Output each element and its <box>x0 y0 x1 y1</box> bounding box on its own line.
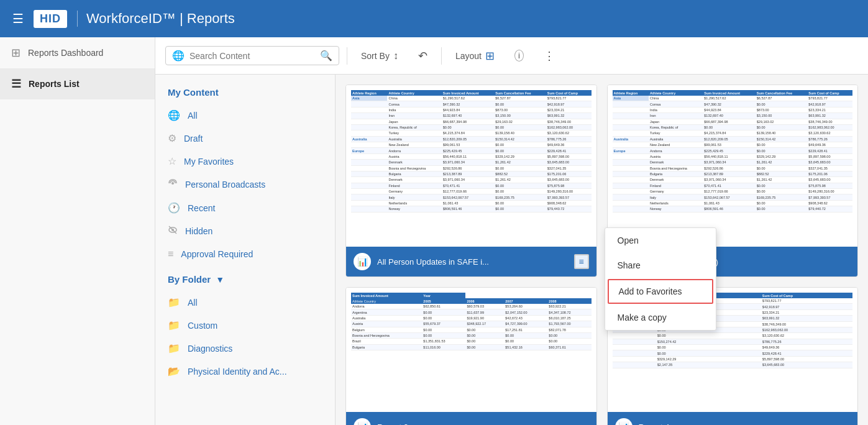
nav-item-draft-label: Draft <box>184 134 203 144</box>
svg-point-0 <box>171 182 174 185</box>
by-folder-header[interactable]: By Folder ▼ <box>155 265 335 291</box>
nav-item-approval-label: Approval Required <box>181 249 253 259</box>
report-card-1[interactable]: Athlete RegionAthlete CountrySum Invoice… <box>345 85 597 277</box>
nav-item-approval-required[interactable]: ≡ Approval Required <box>155 243 335 265</box>
context-menu: Open Share Add to Favorites Make a copy <box>605 227 716 331</box>
folder-icon-custom: 📁 <box>168 319 180 331</box>
star-icon: ☆ <box>168 155 176 167</box>
chevron-down-icon: ▼ <box>216 275 224 285</box>
mini-table-2: Athlete RegionAthlete CountrySum Invoice… <box>613 90 853 212</box>
nav-item-draft[interactable]: ⚙ Draft <box>155 127 335 150</box>
report-chart-icon-1: 📊 <box>354 253 371 270</box>
cards-row-2: Sum Invoiced AmountYear Athlete Country … <box>345 287 858 425</box>
info-icon: i <box>514 50 524 62</box>
folder-all-label: All <box>188 298 198 308</box>
nav-item-recent[interactable]: 🕐 Recent <box>155 196 335 219</box>
layout-label: Layout <box>455 51 482 61</box>
folder-icon-all: 📁 <box>168 296 180 308</box>
folder-item-physical-identity[interactable]: 📂 Physical Identity and Ac... <box>155 360 335 383</box>
report-thumbnail-2: Athlete RegionAthlete CountrySum Invoice… <box>608 85 858 247</box>
report-chart-icon-3: 📊 <box>354 418 371 425</box>
nav-item-all[interactable]: 🌐 All <box>155 104 335 127</box>
nav-item-favorites-label: My Favorites <box>184 157 234 167</box>
folder-item-custom[interactable]: 📁 Custom <box>155 314 335 337</box>
globe-icon: 🌐 <box>172 50 185 62</box>
hidden-icon <box>168 225 178 237</box>
report-card-3[interactable]: Sum Invoiced AmountYear Athlete Country … <box>345 287 597 425</box>
report-footer-4: 📊 Report 4 <box>608 412 858 425</box>
undo-icon: ↶ <box>418 49 427 63</box>
report-thumbnail-1: Athlete RegionAthlete CountrySum Invoice… <box>346 85 596 247</box>
approval-icon: ≡ <box>168 249 173 260</box>
nav-item-hidden-label: Hidden <box>185 226 212 236</box>
report-title-1: All Person Updates in SAFE i... <box>377 257 568 267</box>
clock-icon: 🕐 <box>168 202 180 214</box>
hamburger-menu-icon[interactable]: ☰ <box>10 9 26 29</box>
mini-table-1: Athlete RegionAthlete CountrySum Invoice… <box>351 90 592 212</box>
folder-icon-physical: 📂 <box>168 365 180 377</box>
more-options-icon: ⋮ <box>544 49 555 63</box>
hid-logo: HID <box>34 10 67 28</box>
report-footer-3: 📊 Report 3 <box>346 412 596 425</box>
nav-item-my-favorites[interactable]: ☆ My Favorites <box>155 150 335 173</box>
context-menu-add-favorites[interactable]: Add to Favorites <box>608 279 713 304</box>
sort-label: Sort By <box>361 51 390 61</box>
app-title: WorkforceID™ | Reports <box>77 11 235 27</box>
undo-button[interactable]: ↶ <box>412 46 434 66</box>
globe-nav-icon: 🌐 <box>168 109 180 121</box>
info-button[interactable]: i <box>508 47 530 65</box>
dashboard-icon: ⊞ <box>11 46 21 60</box>
toolbar-divider-1 <box>347 47 347 65</box>
folder-item-all[interactable]: 📁 All <box>155 291 335 314</box>
report-title-3: Report 3 <box>377 423 589 426</box>
card-wrapper-3: Sum Invoiced AmountYear Athlete Country … <box>345 287 597 425</box>
search-input[interactable] <box>190 51 315 61</box>
folder-item-diagnostics[interactable]: 📁 Diagnostics <box>155 337 335 360</box>
search-icon[interactable]: 🔍 <box>320 50 332 62</box>
report-thumbnail-3: Sum Invoiced AmountYear Athlete Country … <box>346 288 596 412</box>
nav-item-broadcasts-label: Personal Broadcasts <box>185 180 265 190</box>
more-options-button[interactable]: ⋮ <box>537 46 562 66</box>
toolbar-divider-2 <box>441 47 442 65</box>
folder-custom-label: Custom <box>188 321 217 331</box>
layout-grid-icon: ⊞ <box>485 49 495 63</box>
toolbar: 🌐 🔍 Sort By ↕ ↶ Layout ⊞ i ⋮ <box>155 37 868 75</box>
nav-item-personal-broadcasts[interactable]: Personal Broadcasts <box>155 173 335 196</box>
sidebar-item-label: Reports Dashboard <box>28 48 103 58</box>
list-icon: ☰ <box>11 77 21 91</box>
sidebar-item-label: Reports List <box>29 79 80 89</box>
broadcasts-icon <box>168 178 178 191</box>
context-menu-open[interactable]: Open <box>605 228 716 253</box>
my-content-title: My Content <box>155 85 335 104</box>
draft-icon: ⚙ <box>168 132 176 144</box>
nav-item-all-label: All <box>188 111 198 121</box>
search-box[interactable]: 🌐 🔍 <box>165 46 339 65</box>
folder-physical-label: Physical Identity and Ac... <box>188 367 287 377</box>
report-chart-icon-4: 📊 <box>615 418 633 425</box>
context-menu-make-copy[interactable]: Make a copy <box>605 305 716 330</box>
sidebar-item-reports-list[interactable]: ☰ Reports List <box>0 68 155 99</box>
main-layout: ⊞ Reports Dashboard ☰ Reports List 🌐 🔍 S… <box>0 37 868 425</box>
folder-diagnostics-label: Diagnostics <box>188 344 232 354</box>
sort-by-button[interactable]: Sort By ↕ <box>355 47 404 65</box>
left-panel: My Content 🌐 All ⚙ Draft ☆ My Favorites <box>155 75 336 425</box>
sidebar: ⊞ Reports Dashboard ☰ Reports List <box>0 37 155 425</box>
report-footer-1: 📊 All Person Updates in SAFE i... ≡ <box>346 247 596 276</box>
report-title-4: Report 4 <box>639 423 851 426</box>
by-folder-title: By Folder <box>168 274 211 285</box>
sidebar-item-reports-dashboard[interactable]: ⊞ Reports Dashboard <box>0 37 155 68</box>
folder-icon-diagnostics: 📁 <box>168 342 180 354</box>
app-header: ☰ HID WorkforceID™ | Reports <box>0 0 868 37</box>
context-menu-share[interactable]: Share <box>605 253 716 278</box>
cards-row-1: Athlete RegionAthlete CountrySum Invoice… <box>345 85 858 277</box>
body-split: My Content 🌐 All ⚙ Draft ☆ My Favorites <box>155 75 868 425</box>
nav-item-hidden[interactable]: Hidden <box>155 219 335 243</box>
nav-item-recent-label: Recent <box>188 203 215 213</box>
card-wrapper-1: Athlete RegionAthlete CountrySum Invoice… <box>345 85 597 277</box>
mini-table-3: Sum Invoiced AmountYear Athlete Country … <box>351 293 592 350</box>
content-area: 🌐 🔍 Sort By ↕ ↶ Layout ⊞ i ⋮ <box>155 37 868 425</box>
layout-button[interactable]: Layout ⊞ <box>449 46 501 66</box>
report-menu-button-1[interactable]: ≡ <box>574 254 589 269</box>
sort-icon: ↕ <box>393 50 398 62</box>
reports-area: Athlete RegionAthlete CountrySum Invoice… <box>336 75 868 425</box>
